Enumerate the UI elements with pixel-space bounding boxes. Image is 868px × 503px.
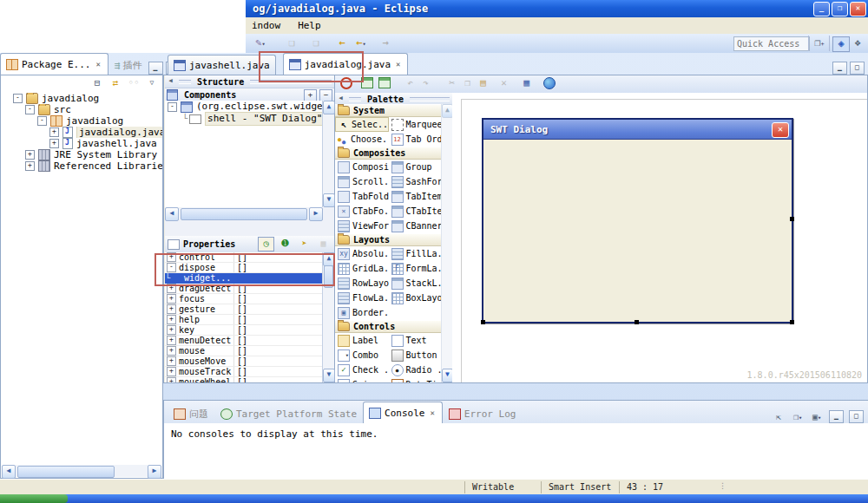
palette-category-composites[interactable]: Composites	[335, 147, 442, 160]
categorize-icon[interactable]: ▦	[315, 237, 332, 252]
tab-error-log[interactable]: Error Log	[443, 403, 523, 423]
last-edit-location-icon[interactable]: ❏	[284, 36, 299, 50]
refresh-icon[interactable]	[377, 77, 391, 90]
expand-icon[interactable]: +	[25, 150, 35, 160]
focus-icon[interactable]: ◦◦	[127, 77, 141, 90]
expand-icon[interactable]: +	[167, 315, 176, 324]
property-row-key[interactable]: + key []	[165, 325, 323, 336]
scroll-thumb[interactable]	[17, 466, 115, 478]
scroll-up-icon[interactable]: ▲	[323, 252, 335, 266]
property-row-control[interactable]: + control []	[165, 252, 323, 263]
expand-icon[interactable]: +	[167, 336, 176, 345]
palette-item-formlayout[interactable]: FFormLa...	[389, 261, 443, 276]
resize-handle-bottom-right[interactable]	[790, 320, 794, 324]
tree-item-project[interactable]: - javadialog	[1, 93, 162, 104]
palette-item-label[interactable]: Label	[335, 333, 389, 348]
palette-item-spinner[interactable]: Spinner	[335, 377, 389, 382]
palette-item-borderlayout[interactable]: ▣Border...	[335, 305, 389, 320]
palette-item-radio[interactable]: Radio ...	[389, 363, 443, 377]
goto-source-icon[interactable]	[359, 77, 374, 90]
palette-item-choose[interactable]: Choose...	[335, 132, 389, 147]
palette-item-combo[interactable]: Combo	[335, 348, 389, 363]
property-row-dispose[interactable]: - dispose []	[165, 263, 323, 273]
close-icon[interactable]: ✕	[428, 408, 436, 418]
swt-close-button[interactable]: ✕	[772, 122, 789, 138]
expand-icon[interactable]: +	[167, 356, 176, 366]
palette-item-group[interactable]: Group	[389, 160, 443, 174]
other-perspective-icon[interactable]: ❖	[850, 36, 865, 50]
expand-icon[interactable]: +	[49, 127, 59, 137]
palette-item-taborder[interactable]: Tab Order	[389, 132, 443, 147]
palette-item-sashform[interactable]: SashForm	[389, 174, 443, 189]
back-history-icon[interactable]: ←▾	[353, 36, 369, 50]
palette-item-selection[interactable]: ↖Selec...	[335, 117, 389, 132]
palette-item-rowlayout[interactable]: RowLayout	[335, 276, 389, 291]
palette-item-composite[interactable]: Composite	[335, 160, 389, 174]
property-row-gesture[interactable]: + gesture []	[165, 304, 323, 315]
externalize-strings-icon[interactable]: ▦	[519, 77, 534, 90]
paste-icon[interactable]: ▤	[476, 77, 490, 90]
tab-plugin[interactable]: ⇶ 插件	[108, 55, 148, 75]
palette-item-scrolled[interactable]: Scroll...	[335, 174, 389, 189]
quick-access-input[interactable]	[733, 36, 810, 51]
tree-item-jre-library[interactable]: + JRE System Library [JavaSE-1.	[1, 149, 162, 160]
window-titlebar[interactable]: og/javadialog.java - Eclipse _ ❐ ✕	[246, 0, 868, 17]
property-row-mouse[interactable]: + mouse []	[165, 346, 323, 356]
copy-icon[interactable]: ❐	[460, 77, 475, 90]
design-canvas[interactable]: SWT Dialog ✕ 1.8.0.r45x201506110820	[452, 93, 867, 382]
collapse-icon[interactable]: -	[13, 94, 23, 103]
palette-category-controls[interactable]: Controls	[335, 320, 442, 333]
components-horizontal-scrollbar[interactable]: ◀ ▶	[165, 207, 323, 219]
forward-icon[interactable]: →	[378, 36, 393, 50]
scroll-right-icon[interactable]: ▶	[148, 465, 161, 479]
expand-icon[interactable]: +	[167, 367, 176, 376]
locale-globe-icon[interactable]: ▾	[542, 77, 556, 90]
show-events-icon[interactable]: ◷	[258, 237, 274, 252]
property-row-widget-selected[interactable]: └ widget...	[165, 273, 323, 284]
expand-icon[interactable]: +	[167, 377, 176, 382]
property-row-mousemove[interactable]: + mouseMove []	[165, 356, 323, 367]
expand-icon[interactable]: +	[167, 304, 176, 314]
collapse-pane-icon[interactable]: ◀	[165, 76, 176, 87]
tree-item-src[interactable]: - src	[1, 104, 162, 115]
tab-problems[interactable]: 问题	[168, 403, 214, 423]
minimize-view-icon[interactable]: ▁	[148, 62, 163, 75]
goto-definition-icon[interactable]: ➊	[277, 237, 293, 252]
expand-all-icon[interactable]: +	[304, 89, 317, 101]
expand-icon[interactable]: +	[167, 346, 176, 356]
tab-target-platform[interactable]: Target Platform State	[214, 403, 363, 423]
component-root[interactable]: - (org.eclipse.swt.widgets.Dialog_	[165, 101, 323, 113]
minimize-button[interactable]: _	[813, 2, 830, 16]
scroll-thumb[interactable]	[324, 265, 333, 288]
tab-javashell[interactable]: javashell.java	[168, 55, 276, 75]
palette-item-tabitem[interactable]: TabItem	[389, 189, 443, 204]
minimize-view-icon[interactable]: ▁	[829, 410, 844, 423]
tab-console[interactable]: Console ✕	[363, 402, 443, 423]
resize-handle-bottom-center[interactable]	[635, 320, 639, 324]
scroll-right-icon[interactable]: ▶	[309, 207, 323, 221]
palette-category-layouts[interactable]: Layouts	[335, 233, 442, 246]
minimize-editor-icon[interactable]: ▁	[832, 62, 847, 75]
palette-scrollbar[interactable]: ▲ ▼	[441, 104, 452, 382]
pin-console-icon[interactable]: ⇱	[772, 411, 786, 423]
palette-item-gridlayout[interactable]: GridLa...	[335, 261, 389, 276]
windows-taskbar[interactable]	[0, 494, 868, 503]
component-shell[interactable]: └ shell - "SWT Dialog"	[165, 113, 323, 125]
palette-item-flowlayout[interactable]: FlowLa...	[335, 291, 389, 305]
palette-item-text[interactable]: Text	[389, 333, 443, 348]
collapse-all-icon[interactable]: −	[319, 89, 332, 101]
close-button[interactable]: ✕	[850, 2, 866, 16]
display-console-icon[interactable]: ❐▾	[791, 411, 805, 423]
scroll-thumb[interactable]	[181, 208, 307, 220]
java-perspective-icon[interactable]: ◈	[832, 36, 850, 52]
expand-icon[interactable]: +	[167, 294, 176, 304]
open-console-icon[interactable]: ▣▾	[810, 411, 824, 423]
property-row-dragdetect[interactable]: + dragDetect []	[165, 284, 323, 294]
collapse-icon[interactable]: -	[167, 263, 176, 272]
cut-icon[interactable]: ✂	[444, 77, 459, 90]
redo-icon[interactable]: ↷	[418, 77, 433, 90]
collapse-icon[interactable]: -	[168, 102, 177, 112]
palette-item-button[interactable]: Button	[389, 348, 443, 363]
property-row-mousetrack[interactable]: + mouseTrack []	[165, 367, 323, 377]
collapse-icon[interactable]: -	[25, 105, 35, 114]
